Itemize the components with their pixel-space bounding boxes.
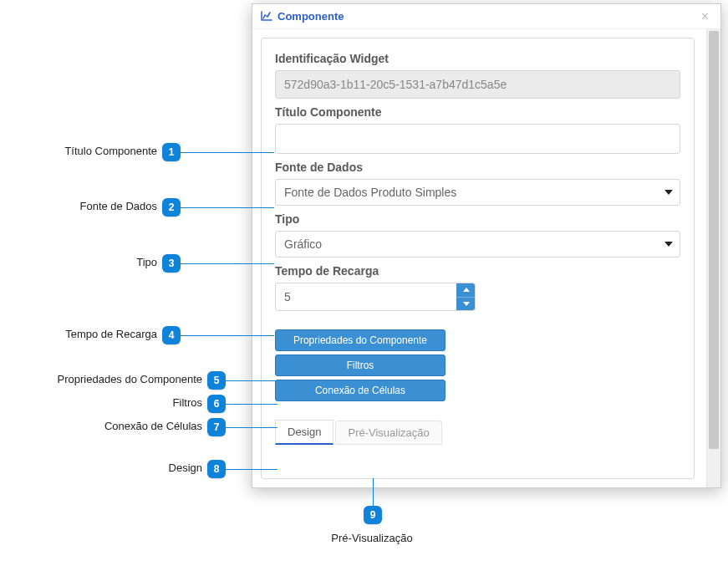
callout-6-badge: 6 (207, 395, 226, 413)
callout-4-badge: 4 (162, 326, 181, 344)
recarga-value: 5 (284, 290, 291, 303)
titulo-input[interactable] (275, 124, 680, 154)
tab-design[interactable]: Design (275, 420, 333, 445)
callout-8-label: Design (0, 462, 202, 474)
tipo-label: Tipo (275, 212, 680, 226)
callout-3-badge: 3 (162, 254, 181, 273)
spinner-up-button[interactable] (456, 283, 475, 298)
recarga-stepper[interactable]: 5 (275, 283, 476, 311)
callout-2-line (181, 207, 274, 208)
close-icon[interactable]: × (698, 9, 712, 24)
callout-6-line (226, 404, 277, 405)
callout-3-line (181, 263, 274, 264)
callout-9-badge: 9 (364, 506, 382, 524)
callout-7-line (226, 427, 277, 428)
chevron-down-icon (463, 302, 470, 306)
callout-6-label: Filtros (0, 396, 202, 409)
modal-title: Componente (277, 10, 698, 23)
callout-7-label: Conexão de Células (0, 420, 202, 432)
chevron-up-icon (463, 288, 470, 292)
scrollbar[interactable] (706, 29, 720, 487)
callout-1-line (181, 152, 274, 153)
component-modal: Componente × Identificação Widget 572d90… (252, 3, 721, 488)
tipo-select[interactable]: Gráfico (275, 231, 680, 258)
callout-2-badge: 2 (162, 198, 181, 217)
recarga-label: Tempo de Recarga (275, 264, 680, 278)
spinner-down-button[interactable] (456, 298, 475, 311)
callout-5-label: Propriedades do Componente (0, 373, 202, 385)
chart-icon (261, 10, 272, 23)
callout-8-line (226, 469, 277, 470)
callout-5-badge: 5 (207, 371, 226, 390)
modal-body: Identificação Widget 572d90a3-1b11-20c5-… (252, 29, 706, 487)
propriedades-button[interactable]: Propriedades do Componente (275, 329, 445, 351)
filtros-button[interactable]: Filtros (275, 354, 445, 376)
form-panel: Identificação Widget 572d90a3-1b11-20c5-… (261, 38, 695, 479)
callout-1-badge: 1 (162, 143, 181, 161)
chevron-down-icon (664, 190, 673, 195)
modal-header: Componente × (252, 4, 720, 29)
callout-9-label: Pré-Visualização (318, 532, 426, 544)
conexao-button[interactable]: Conexão de Células (275, 380, 445, 401)
callout-7-badge: 7 (207, 418, 226, 436)
callout-8-badge: 8 (207, 460, 226, 478)
callout-1-label: Título Componente (0, 145, 157, 157)
callout-5-line (226, 380, 277, 381)
fonte-select-value: Fonte de Dados Produto Simples (284, 186, 456, 199)
callout-4-line (181, 335, 274, 336)
callout-3-label: Tipo (0, 256, 157, 268)
widget-id-label: Identificação Widget (275, 52, 680, 65)
chevron-down-icon (664, 242, 673, 247)
tabs: Design Pré-Visualização (275, 420, 680, 445)
button-stack: Propriedades do Componente Filtros Conex… (275, 329, 445, 401)
fonte-label: Fonte de Dados (275, 161, 680, 174)
tipo-select-value: Gráfico (284, 237, 322, 251)
callout-9-line (373, 478, 374, 506)
scrollbar-thumb[interactable] (709, 31, 719, 449)
titulo-label: Título Componente (275, 105, 680, 119)
widget-id-field: 572d90a3-1b11-20c5-1531-a7b47d1c5a5e (275, 70, 680, 99)
callout-4-label: Tempo de Recarga (0, 328, 157, 340)
callout-2-label: Fonte de Dados (0, 200, 157, 212)
fonte-select[interactable]: Fonte de Dados Produto Simples (275, 179, 680, 206)
tab-preview[interactable]: Pré-Visualização (335, 421, 441, 445)
